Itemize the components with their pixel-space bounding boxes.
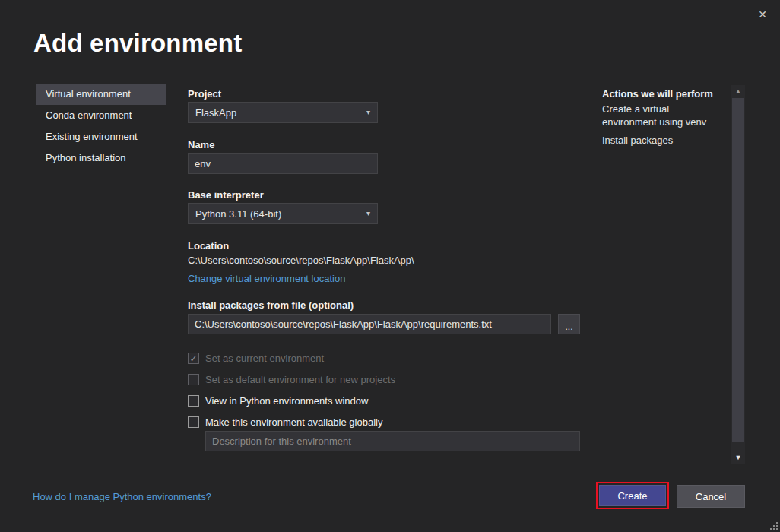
sidebar-item-existing-environment[interactable]: Existing environment [36,126,166,147]
chevron-down-icon: ▾ [366,210,370,217]
add-environment-dialog: { "window": { "title": "Add environment"… [0,0,780,532]
close-button[interactable]: ✕ [754,6,771,23]
view-environments-window-row: ✓ View in Python environments window [188,394,368,407]
project-label: Project [188,88,221,100]
set-current-environment-row: ✓ Set as current environment [188,352,324,365]
create-button[interactable]: Create [599,485,666,506]
install-packages-input[interactable] [188,314,551,334]
scrollbar-thumb[interactable] [732,98,744,442]
set-current-environment-checkbox[interactable]: ✓ [188,353,199,364]
project-select-value: FlaskApp [195,107,236,119]
project-select[interactable]: FlaskApp ▾ [188,102,378,123]
location-value: C:\Users\contoso\source\repos\FlaskApp\F… [188,255,414,266]
vertical-scrollbar[interactable]: ▲ ▼ [731,85,745,464]
environment-type-sidebar: Virtual environment Conda environment Ex… [36,84,166,169]
cancel-button[interactable]: Cancel [677,485,745,508]
actions-panel-title: Actions we will perform [602,88,713,100]
set-default-environment-checkbox[interactable]: ✓ [188,374,199,385]
action-item-install-packages: Install packages [602,134,718,147]
available-globally-checkbox[interactable]: ✓ [188,416,199,428]
action-item-create-venv: Create a virtual environment using venv [602,103,718,128]
chevron-down-icon: ▾ [366,109,370,116]
description-input[interactable] [205,431,580,451]
annotation-highlight: Create [596,482,669,509]
page-title: Add environment [33,29,242,58]
change-location-link[interactable]: Change virtual environment location [188,273,345,284]
location-label: Location [188,240,229,252]
view-environments-window-checkbox[interactable]: ✓ [188,395,199,407]
scroll-up-button[interactable]: ▲ [731,85,745,97]
sidebar-item-python-installation[interactable]: Python installation [36,147,166,169]
set-default-environment-row: ✓ Set as default environment for new pro… [188,373,395,386]
name-input[interactable] [188,153,378,174]
available-globally-label: Make this environment available globally [205,416,382,428]
resize-grip[interactable] [768,520,778,530]
close-icon: ✕ [758,8,767,21]
check-icon: ✓ [189,354,197,363]
manage-environments-help-link[interactable]: How do I manage Python environments? [33,491,211,502]
set-current-environment-label: Set as current environment [205,353,324,364]
base-interpreter-select[interactable]: Python 3.11 (64-bit) ▾ [188,203,378,224]
view-environments-window-label: View in Python environments window [205,395,368,407]
browse-button[interactable]: ... [558,314,580,334]
scroll-down-icon: ▼ [735,454,742,461]
name-label: Name [188,139,214,150]
base-interpreter-label: Base interpreter [188,189,264,201]
sidebar-item-virtual-environment[interactable]: Virtual environment [36,84,166,105]
scroll-down-button[interactable]: ▼ [731,451,745,464]
base-interpreter-select-value: Python 3.11 (64-bit) [195,208,281,220]
install-packages-label: Install packages from file (optional) [188,299,354,311]
available-globally-row: ✓ Make this environment available global… [188,416,382,429]
sidebar-item-conda-environment[interactable]: Conda environment [36,105,166,126]
scroll-up-icon: ▲ [735,87,742,95]
set-default-environment-label: Set as default environment for new proje… [205,374,395,385]
